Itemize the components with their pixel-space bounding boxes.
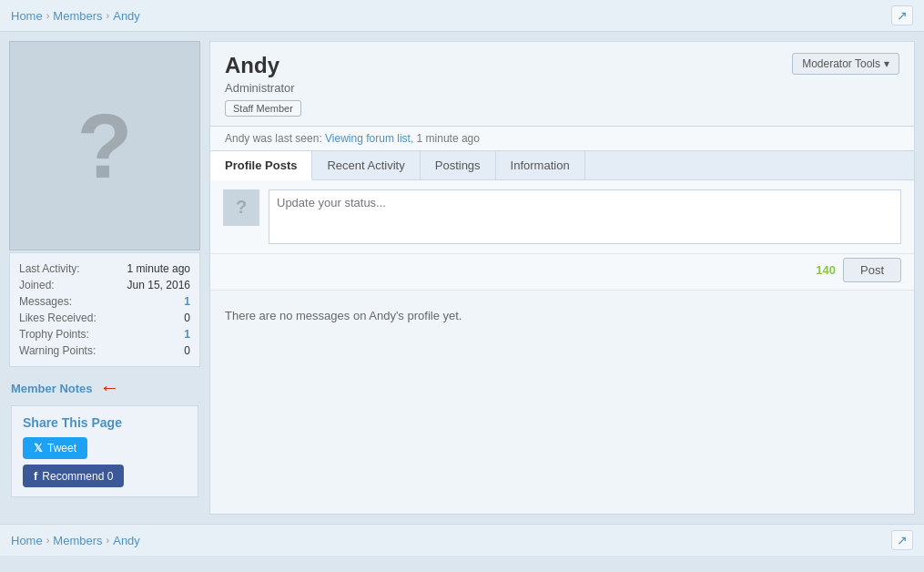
dropdown-arrow-icon: ▾ bbox=[884, 57, 889, 70]
last-activity-label: Last Activity: bbox=[19, 262, 80, 275]
no-messages: There are no messages on Andy's profile … bbox=[210, 291, 914, 341]
trophy-value: 1 bbox=[184, 328, 190, 341]
breadcrumb-members-link[interactable]: Members bbox=[53, 9, 102, 23]
recommend-label: Recommend 0 bbox=[42, 470, 113, 483]
tabs-bar: Profile Posts Recent Activity Postings I… bbox=[210, 151, 914, 180]
external-link-button[interactable]: ↗ bbox=[891, 5, 913, 26]
stats-box: Last Activity: 1 minute ago Joined: Jun … bbox=[9, 252, 200, 367]
bottom-breadcrumb: Home › Members › Andy bbox=[11, 534, 140, 547]
breadcrumb-arrow-1: › bbox=[46, 10, 50, 21]
bottom-breadcrumb-andy[interactable]: Andy bbox=[113, 534, 140, 547]
bottom-breadcrumb-members-link[interactable]: Members bbox=[53, 534, 102, 547]
avatar-placeholder: ? bbox=[76, 100, 132, 191]
last-activity-value: 1 minute ago bbox=[127, 262, 190, 275]
profile-role: Administrator bbox=[225, 81, 301, 95]
tweet-label: Tweet bbox=[47, 442, 76, 455]
top-breadcrumb-bar: Home › Members › Andy ↗ bbox=[0, 0, 924, 32]
twitter-icon: 𝕏 bbox=[34, 442, 43, 455]
stats-trophy: Trophy Points: 1 bbox=[19, 326, 190, 342]
joined-label: Joined: bbox=[19, 279, 55, 291]
profile-name: Andy bbox=[225, 53, 301, 79]
bottom-breadcrumb-bar: Home › Members › Andy ↗ bbox=[0, 524, 924, 556]
profile-header: Andy Administrator Staff Member Moderato… bbox=[210, 42, 914, 127]
facebook-icon: f bbox=[34, 469, 37, 483]
bottom-breadcrumb-arrow-2: › bbox=[107, 535, 110, 546]
share-box: Share This Page 𝕏 Tweet f Recommend 0 bbox=[11, 405, 198, 497]
recommend-button[interactable]: f Recommend 0 bbox=[23, 465, 124, 487]
breadcrumb-andy[interactable]: Andy bbox=[113, 9, 140, 23]
bottom-breadcrumb-home[interactable]: Home bbox=[11, 534, 43, 547]
red-arrow-icon: ← bbox=[100, 378, 120, 398]
avatar-box: ? bbox=[9, 41, 200, 250]
post-button[interactable]: Post bbox=[843, 258, 901, 282]
status-area: ? bbox=[210, 180, 914, 254]
last-seen-bar: Andy was last seen: Viewing forum list, … bbox=[210, 127, 914, 151]
profile-info: Andy Administrator Staff Member bbox=[225, 53, 301, 117]
member-notes-label: Member Notes bbox=[11, 382, 93, 395]
tweet-button[interactable]: 𝕏 Tweet bbox=[23, 437, 87, 459]
stats-joined: Joined: Jun 15, 2016 bbox=[19, 277, 190, 293]
bottom-breadcrumb-members[interactable]: Members bbox=[53, 534, 102, 547]
warning-label: Warning Points: bbox=[19, 344, 96, 357]
post-controls: 140 Post bbox=[210, 254, 914, 291]
messages-label: Messages: bbox=[19, 295, 72, 308]
stats-last-activity: Last Activity: 1 minute ago bbox=[19, 260, 190, 277]
sidebar: ? Last Activity: 1 minute ago Joined: Ju… bbox=[9, 41, 200, 515]
breadcrumb-home-link[interactable]: Home bbox=[11, 9, 43, 23]
likes-value: 0 bbox=[184, 312, 190, 324]
member-notes-section: Member Notes ← Share This Page 𝕏 Tweet f… bbox=[9, 378, 200, 497]
stats-messages: Messages: 1 bbox=[19, 293, 190, 310]
messages-value: 1 bbox=[184, 295, 190, 308]
tab-recent-activity[interactable]: Recent Activity bbox=[312, 151, 420, 179]
moderator-tools-button[interactable]: Moderator Tools ▾ bbox=[792, 53, 899, 75]
breadcrumb-home[interactable]: Home bbox=[11, 9, 43, 23]
tab-postings[interactable]: Postings bbox=[421, 151, 496, 179]
status-avatar: ? bbox=[223, 189, 259, 226]
joined-value: Jun 15, 2016 bbox=[127, 279, 190, 291]
bottom-external-link-button[interactable]: ↗ bbox=[891, 530, 913, 550]
last-seen-link[interactable]: Viewing forum list, bbox=[325, 132, 413, 145]
tab-profile-posts[interactable]: Profile Posts bbox=[210, 151, 312, 180]
content-area: Andy Administrator Staff Member Moderato… bbox=[209, 41, 915, 515]
moderator-tools-label: Moderator Tools bbox=[802, 57, 880, 70]
breadcrumb: Home › Members › Andy bbox=[11, 9, 140, 23]
trophy-label: Trophy Points: bbox=[19, 328, 89, 341]
bottom-breadcrumb-home-link[interactable]: Home bbox=[11, 534, 43, 547]
status-textarea[interactable] bbox=[269, 189, 901, 244]
breadcrumb-arrow-2: › bbox=[107, 10, 110, 21]
tab-information[interactable]: Information bbox=[496, 151, 585, 179]
stats-likes: Likes Received: 0 bbox=[19, 310, 190, 326]
breadcrumb-members[interactable]: Members bbox=[53, 9, 102, 23]
share-title: Share This Page bbox=[23, 415, 187, 430]
last-seen-time: 1 minute ago bbox=[417, 132, 480, 145]
last-seen-prefix: Andy was last seen: bbox=[225, 132, 322, 145]
likes-label: Likes Received: bbox=[19, 312, 96, 324]
staff-badge: Staff Member bbox=[225, 100, 301, 117]
char-count: 140 bbox=[816, 263, 836, 277]
main-wrapper: ? Last Activity: 1 minute ago Joined: Ju… bbox=[0, 32, 924, 524]
warning-value: 0 bbox=[184, 344, 190, 357]
stats-warning: Warning Points: 0 bbox=[19, 342, 190, 359]
member-notes-header: Member Notes ← bbox=[11, 378, 198, 398]
bottom-breadcrumb-arrow-1: › bbox=[46, 535, 50, 546]
